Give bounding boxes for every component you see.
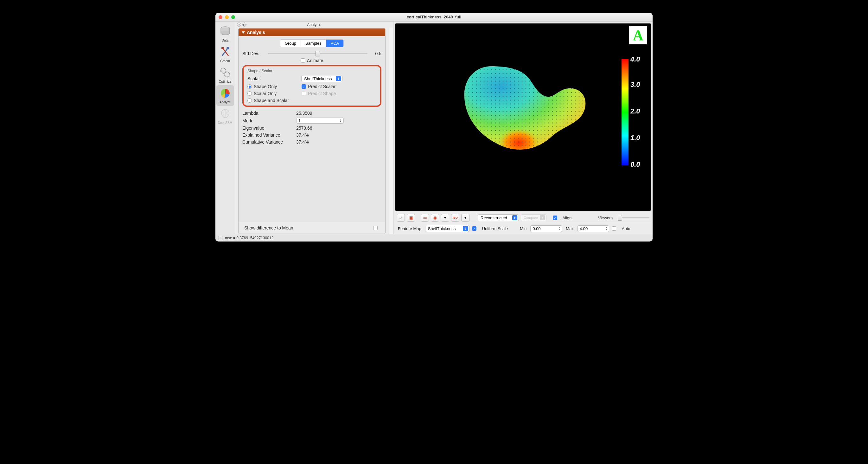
chevron-down-icon: ▾: [464, 215, 466, 220]
show-difference-checkbox[interactable]: [373, 226, 378, 230]
align-checkbox[interactable]: ✓: [553, 215, 557, 220]
svg-point-3: [226, 47, 229, 50]
radio-shape-and-scalar[interactable]: Shape and Scalar: [247, 98, 289, 103]
piechart-icon: [219, 87, 232, 100]
colorbar: 4.0 3.0 2.0 1.0 0.0: [617, 55, 646, 169]
lambda-value: 25.3509: [296, 111, 381, 116]
colorbar-tick: 3.0: [630, 81, 646, 89]
disclosure-triangle-icon: [242, 31, 245, 34]
explained-variance-label: Explained Variance: [242, 133, 296, 138]
sidebar-item-deepssm[interactable]: DeepSSM: [216, 106, 234, 126]
colorbar-tick: 2.0: [630, 107, 646, 115]
image-button[interactable]: ▭: [421, 214, 429, 222]
predict-shape-checkbox: Predict Shape: [302, 91, 336, 96]
stepper-arrows-icon: ▲▼: [606, 227, 608, 230]
radio-scalar-only[interactable]: Scalar Only: [247, 91, 289, 96]
tab-pca[interactable]: PCA: [326, 39, 343, 47]
left-sidebar: Data Groom Optimize Analyze: [215, 22, 235, 234]
image-icon: ▭: [423, 215, 427, 220]
min-input[interactable]: 0.00▲▼: [530, 225, 562, 232]
fit-icon: ⤢: [399, 215, 402, 220]
animate-label: Animate: [307, 58, 323, 63]
show-difference-row: Show difference to Mean: [239, 222, 385, 234]
section-title: Analysis: [247, 30, 265, 35]
minimize-button[interactable]: [225, 15, 229, 19]
auto-checkbox[interactable]: [612, 226, 616, 231]
animate-checkbox[interactable]: [301, 58, 305, 63]
3d-viewport[interactable]: A: [395, 24, 651, 211]
sidebar-item-analyze[interactable]: Analyze: [216, 85, 234, 106]
radio-shape-only[interactable]: Shape Only: [247, 84, 289, 89]
shape-scalar-group: Shape / Scalar Scalar: ShellThickness ▲▼…: [242, 65, 381, 107]
cumulative-variance-label: Cumulative Variance: [242, 140, 296, 145]
app-window: corticalThickness_2048_full Data Groom: [215, 13, 653, 241]
lambda-label: Lambda: [242, 111, 296, 116]
tab-samples[interactable]: Samples: [301, 39, 326, 47]
feature-map-select[interactable]: ShellThickness ▲▼: [425, 225, 469, 232]
colorbar-tick: 4.0: [630, 55, 646, 63]
viewers-slider[interactable]: [618, 217, 649, 219]
analysis-panel: ✕ ◧ Analysis Analysis Group Samples PCA: [235, 22, 394, 234]
iso-button[interactable]: ISO: [451, 214, 459, 222]
scalar-select[interactable]: ShellThickness ▲▼: [301, 75, 342, 82]
checkbox-icon: ✓: [302, 84, 306, 89]
feature-toolbar: Feature Map ShellThickness ▲▼ ✓ Uniform …: [394, 223, 653, 234]
sidebar-item-label: Analyze: [220, 100, 231, 104]
checkbox-icon: [302, 91, 306, 96]
sidebar-item-groom[interactable]: Groom: [216, 44, 234, 65]
colorbar-gradient: [622, 59, 628, 166]
max-label: Max: [566, 226, 574, 231]
stddev-slider[interactable]: [268, 53, 368, 54]
tools-icon: [219, 45, 232, 59]
predict-scalar-checkbox[interactable]: ✓Predict Scalar: [302, 84, 336, 89]
max-input[interactable]: 4.00▲▼: [578, 225, 609, 232]
sidebar-item-optimize[interactable]: Optimize: [216, 65, 234, 85]
align-label: Align: [562, 215, 571, 220]
iso-dropdown[interactable]: ▾: [461, 214, 469, 222]
chevron-updown-icon: ▲▼: [463, 226, 468, 231]
view-toolbar: ⤢ ▣ ▭ ◉ ▾ ISO ▾ Reconstructed ▲▼ Compare…: [394, 213, 653, 223]
stddev-label: Std.Dev.: [242, 51, 265, 56]
analysis-box: Analysis Group Samples PCA Std.Dev. 0.5: [238, 28, 385, 234]
screenshot-button[interactable]: ▣: [407, 214, 415, 222]
viewers-label: Viewers: [598, 215, 613, 220]
window-title: corticalThickness_2048_full: [215, 14, 653, 19]
sidebar-item-label: DeepSSM: [218, 121, 232, 124]
tab-group[interactable]: Group: [280, 39, 301, 47]
mode-stepper[interactable]: 1▲▼: [296, 118, 344, 124]
sidebar-item-label: Data: [222, 39, 228, 42]
panel-scrollbar[interactable]: [389, 28, 393, 234]
particles-button[interactable]: ◉: [431, 214, 439, 222]
viewer-panel: A: [394, 22, 653, 234]
compare-select: Compare ▼: [521, 214, 547, 221]
sidebar-item-label: Groom: [220, 59, 230, 63]
feature-map-label: Feature Map: [398, 226, 421, 231]
chevron-updown-icon: ▲▼: [512, 215, 517, 220]
gears-icon: [219, 66, 232, 79]
panel-popout-icon[interactable]: ◧: [242, 23, 246, 27]
svg-rect-4: [221, 47, 224, 49]
svg-line-1: [222, 48, 228, 56]
radio-icon: [247, 84, 252, 89]
document-icon: [219, 236, 222, 240]
iso-icon: ISO: [453, 216, 458, 219]
status-bar: mse = 0.3769154927130012: [215, 234, 653, 241]
fit-view-button[interactable]: ⤢: [397, 214, 405, 222]
shape-scalar-title: Shape / Scalar: [247, 69, 376, 73]
close-button[interactable]: [219, 15, 222, 19]
radio-icon: [247, 98, 252, 103]
show-difference-label: Show difference to Mean: [244, 225, 293, 230]
scalar-label: Scalar:: [247, 76, 301, 81]
camera-icon: ▣: [409, 215, 413, 220]
panel-close-icon[interactable]: ✕: [237, 23, 241, 27]
uniform-scale-checkbox[interactable]: ✓: [472, 226, 476, 231]
zoom-button[interactable]: [231, 15, 235, 19]
stepper-arrows-icon: ▲▼: [558, 227, 560, 230]
sidebar-item-label: Optimize: [219, 80, 231, 83]
display-mode-select[interactable]: Reconstructed ▲▼: [478, 214, 519, 221]
chevron-down-icon: ▼: [540, 215, 545, 220]
eigenvalue-label: Eigenvalue: [242, 125, 296, 130]
sidebar-item-data[interactable]: Data: [216, 24, 234, 44]
particles-dropdown[interactable]: ▾: [441, 214, 449, 222]
analysis-section-header[interactable]: Analysis: [239, 29, 385, 36]
